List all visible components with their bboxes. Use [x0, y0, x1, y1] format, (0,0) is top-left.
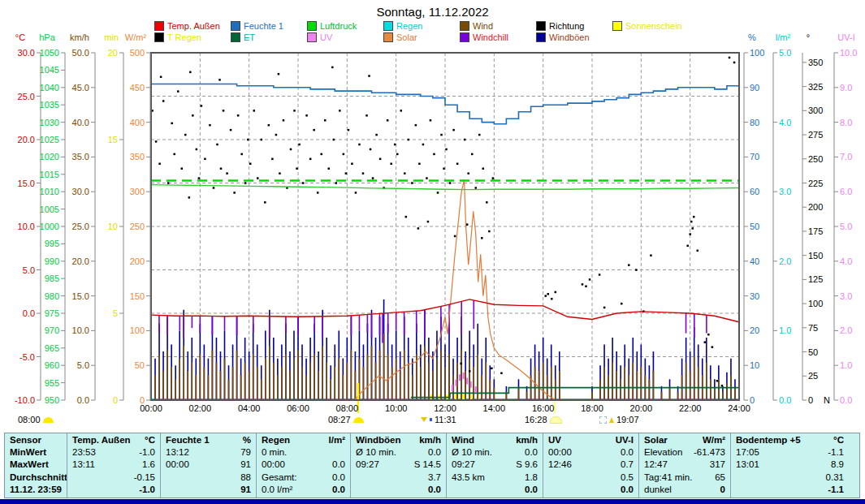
table-cell-label: 12:46	[548, 459, 572, 471]
axis-tick-label: 0.0	[779, 395, 791, 405]
table-cell-value: 0.5	[621, 472, 634, 484]
table-row: Temp. Außen°C	[67, 434, 160, 446]
table-row: MaxWert	[5, 459, 67, 471]
axis-tick-label: 1.0	[840, 360, 852, 370]
table-cell-label: Temp. Außen	[72, 434, 131, 446]
axis-tick-label: 2.0	[779, 256, 791, 266]
axis-tick-label: 1030	[40, 118, 59, 127]
axis-tick-label: 0	[808, 395, 813, 405]
axis-tick-label: 4.0	[779, 118, 791, 127]
table-row: Sensor	[5, 434, 67, 446]
x-axis-tick-label: 04:00	[238, 403, 261, 413]
axis-unit-label: °	[807, 32, 810, 42]
marker-pre-dawn: 08:00	[18, 415, 54, 424]
axis-tick-label: 1005	[40, 205, 59, 214]
table-cell-label: 12:47	[644, 459, 668, 471]
axis-tick-label: 9.0	[840, 83, 852, 93]
table-cell-label: 09:27	[356, 459, 379, 471]
marker-moonrise: 19:07	[599, 415, 639, 424]
axis-tick-label: 3.0	[779, 187, 791, 196]
axis-tick-label: 325	[808, 82, 823, 92]
table-cell-label: 0 min.	[262, 446, 287, 459]
table-cell-label: 00:00	[262, 459, 285, 471]
axis-tick-label: 1025	[40, 135, 59, 144]
axis-tick-label: 7.0	[840, 152, 852, 162]
table-row: 23:53-1.0	[67, 446, 160, 459]
table-row: 00:000.0	[543, 446, 638, 459]
axis-tick-label: 1035	[40, 100, 59, 110]
axis-tick-label: 125	[808, 274, 823, 284]
table-row: Feuchte 1%	[161, 434, 256, 446]
table-cell-value: 0.0	[621, 446, 634, 459]
table-cell-value: 91	[240, 484, 251, 496]
table-row: 0.31	[731, 472, 849, 484]
marker-sunrise: 08:27	[328, 415, 364, 424]
axis-tick-label: 10.0	[18, 222, 35, 231]
table-row: Gesamt:0.0	[257, 472, 350, 484]
axis-tick-label: 20.0	[18, 135, 35, 144]
axis-tick-label: 970	[45, 325, 59, 335]
axis-tick-label: 300	[130, 187, 145, 196]
axis-tick-label: 6.0	[840, 187, 852, 196]
table-cell-value: -1.0	[139, 446, 155, 459]
weather-chart: °C-10.0-5.00.05.010.015.020.025.030.0hPa…	[0, 0, 865, 504]
table-row: 0.0	[351, 484, 446, 496]
axis-tick-label: 40.0	[72, 118, 89, 127]
axis-tick-label: 965	[45, 343, 59, 353]
axis-tick-label: -10.0	[15, 395, 35, 405]
table-cell-value: 0.0	[332, 472, 345, 484]
table-cell-value: -1.1	[828, 484, 844, 496]
axis-unit-label: %	[748, 32, 756, 42]
table-cell-value: 8.9	[831, 459, 844, 471]
table-cell-label: Feuchte 1	[166, 434, 210, 446]
axis-tick-label: 50.0	[72, 48, 89, 58]
table-cell-label: 17:05	[736, 446, 759, 459]
axis-tick-label: 150	[808, 251, 823, 261]
table-row: 0.5	[543, 472, 638, 484]
table-row: 3.7	[351, 472, 446, 484]
x-axis-tick-label: 16:00	[532, 403, 555, 413]
table-cell-label: 11.12. 23:59	[10, 484, 62, 496]
table-cell-value: 0.0	[428, 484, 441, 496]
axis-tick-label: 5.0	[77, 360, 89, 370]
table-row: 09:27S 9.6	[447, 459, 543, 471]
axis-tick-label: 995	[45, 239, 59, 248]
table-cell-value: 0.0	[332, 484, 345, 496]
table-row: 12:47317	[639, 459, 730, 471]
table-row: 00:0091	[161, 459, 256, 471]
axis-tick-label: 1.0	[779, 325, 791, 335]
table-row: Bodentemp +5°C	[731, 434, 849, 446]
axis-tick-label: 0	[750, 395, 755, 405]
table-row: 0.0	[543, 484, 638, 496]
table-cell-value: 65	[715, 472, 725, 484]
axis-tick-label: 2.0	[840, 325, 852, 335]
table-row: 0.0	[447, 484, 543, 496]
axis-tick-label: 1000	[40, 222, 59, 231]
x-axis-tick-label: 12:00	[434, 403, 456, 413]
axis-tick-label: 15	[108, 135, 118, 144]
axis-tick-label: 25.0	[18, 92, 35, 101]
table-cell-label: Windböen	[356, 434, 400, 446]
sun-icon	[353, 417, 364, 423]
table-cell-label: 09:27	[452, 459, 475, 471]
table-row: Ø 10 min.0.0	[447, 446, 543, 459]
x-axis-tick-label: 22:00	[679, 403, 702, 413]
axis-tick-label: 175	[808, 226, 823, 236]
table-cell-value: -1.1	[828, 446, 844, 459]
table-row: 11.12. 23:59	[5, 484, 67, 496]
table-row: UVUV-I	[543, 434, 638, 446]
table-column-feuchte-1: Feuchte 1%13:127900:00918891	[160, 433, 256, 498]
table-cell-label: Wind	[452, 434, 474, 446]
table-cell-label: 00:00	[548, 446, 572, 459]
table-column-sensor: SensorMinWertMaxWertDurchschnitt11.12. 2…	[5, 433, 67, 498]
axis-tick-label: 250	[130, 222, 145, 231]
table-cell-value: km/h	[419, 434, 441, 446]
table-cell-label: Gesamt:	[262, 472, 296, 484]
table-row: Windböenkm/h	[351, 434, 446, 446]
sensor-summary-table: SensorMinWertMaxWertDurchschnitt11.12. 2…	[4, 433, 860, 498]
axis-tick-label: 225	[808, 179, 823, 188]
x-axis-tick-label: 10:00	[385, 403, 408, 413]
table-cell-label: 13:01	[736, 459, 759, 471]
table-row: Regenl/m²	[257, 434, 350, 446]
moon-dot-icon	[430, 418, 432, 421]
